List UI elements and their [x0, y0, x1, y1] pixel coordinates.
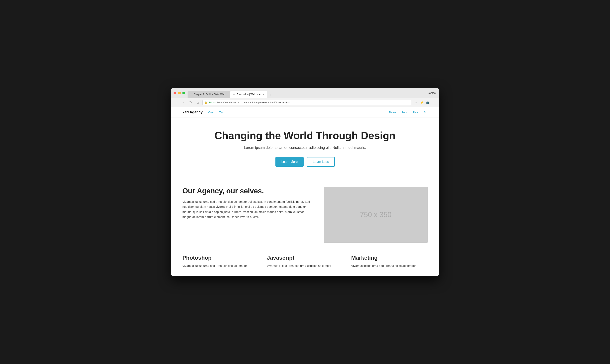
home-button[interactable]: ⌂ — [195, 100, 200, 105]
skill-photoshop: Photoshop Vivamus luctus urna sed urna u… — [182, 255, 259, 268]
site-nav: Yeti Agency One Two Three Four Five Six — [171, 107, 439, 118]
learn-more-button[interactable]: Learn More — [275, 157, 304, 167]
tab-chapter2[interactable]: 🗋 Chapter 2: Build a Static Web... — [188, 91, 230, 98]
document-icon: 🗋 — [190, 93, 192, 96]
agency-title: Our Agency, our selves. — [182, 187, 312, 195]
url-text: https://foundation.zurb.com/templates-pr… — [217, 101, 289, 104]
address-bar: ‹ › ↻ ⌂ 🔒 Secure https://foundation.zurb… — [171, 98, 439, 107]
reload-button[interactable]: ↻ — [188, 100, 193, 105]
nav-link-one[interactable]: One — [208, 111, 213, 114]
tab-foundation[interactable]: 🗋 Foundation | Welcome ✕ — [230, 91, 267, 98]
hero-title: Changing the World Through Design — [179, 130, 431, 142]
traffic-lights — [174, 91, 185, 94]
title-bar: 🗋 Chapter 2: Build a Static Web... 🗋 Fou… — [171, 88, 439, 98]
fullscreen-button[interactable] — [182, 91, 185, 94]
nav-link-two[interactable]: Two — [219, 111, 224, 114]
agency-text: Our Agency, our selves. Vivamus luctus u… — [182, 187, 312, 220]
new-tab-button[interactable]: + — [268, 92, 273, 98]
tab-close-icon[interactable]: ✕ — [262, 93, 264, 96]
skill-body-photoshop: Vivamus luctus urna sed urna ultricies a… — [182, 263, 259, 268]
skill-title-marketing: Marketing — [351, 255, 428, 261]
skill-body-marketing: Vivamus luctus urna sed urna ultricies a… — [351, 263, 428, 268]
mac-window: 🗋 Chapter 2: Build a Static Web... 🗋 Fou… — [171, 88, 439, 276]
close-button[interactable] — [174, 91, 176, 94]
menu-button[interactable]: ⋮ — [431, 100, 436, 105]
extensions-button[interactable]: ⚡ — [419, 100, 424, 105]
nav-link-four[interactable]: Four — [402, 111, 407, 114]
tab-label: Chapter 2: Build a Static Web... — [194, 93, 227, 96]
placeholder-label: 750 x 350 — [360, 210, 392, 219]
bookmark-button[interactable]: ☆ — [413, 100, 419, 105]
cast-button[interactable]: 📺 — [425, 100, 430, 105]
website-content: Yeti Agency One Two Three Four Five Six … — [171, 107, 439, 276]
nav-link-six[interactable]: Six — [424, 111, 428, 114]
document-icon: 🗋 — [233, 93, 235, 96]
site-brand: Yeti Agency — [182, 110, 203, 114]
forward-button[interactable]: › — [181, 100, 186, 105]
tabs-area: 🗋 Chapter 2: Build a Static Web... 🗋 Fou… — [188, 88, 436, 98]
user-label: James — [428, 91, 436, 94]
address-input[interactable]: 🔒 Secure https://foundation.zurb.com/tem… — [202, 100, 411, 105]
site-nav-left: Yeti Agency One Two — [182, 110, 224, 114]
nav-link-three[interactable]: Three — [389, 111, 396, 114]
agency-image-placeholder: 750 x 350 — [324, 187, 428, 243]
hero-buttons: Learn More Learn Less — [179, 157, 431, 167]
skill-title-photoshop: Photoshop — [182, 255, 259, 261]
skill-title-javascript: Javascript — [267, 255, 343, 261]
learn-less-button[interactable]: Learn Less — [307, 157, 335, 167]
skill-body-javascript: Vivamus luctus urna sed urna ultricies a… — [267, 263, 343, 268]
nav-link-five[interactable]: Five — [413, 111, 418, 114]
agency-body: Vivamus luctus urna sed urna ultricies a… — [182, 199, 312, 220]
back-button[interactable]: ‹ — [174, 100, 179, 105]
secure-label: Secure — [208, 101, 216, 104]
agency-section: Our Agency, our selves. Vivamus luctus u… — [171, 177, 439, 253]
skill-javascript: Javascript Vivamus luctus urna sed urna … — [267, 255, 343, 268]
skill-marketing: Marketing Vivamus luctus urna sed urna u… — [351, 255, 428, 268]
minimize-button[interactable] — [178, 91, 181, 94]
address-actions: ☆ ⚡ 📺 ⋮ — [413, 100, 436, 105]
hero-subtitle: Lorem ipsum dolor sit amet, consectetur … — [179, 146, 431, 150]
skills-section: Photoshop Vivamus luctus urna sed urna u… — [171, 253, 439, 276]
site-nav-right: Three Four Five Six — [389, 111, 428, 114]
secure-icon: 🔒 — [204, 101, 207, 104]
hero-section: Changing the World Through Design Lorem … — [171, 118, 439, 177]
tab-label: Foundation | Welcome — [236, 93, 260, 96]
